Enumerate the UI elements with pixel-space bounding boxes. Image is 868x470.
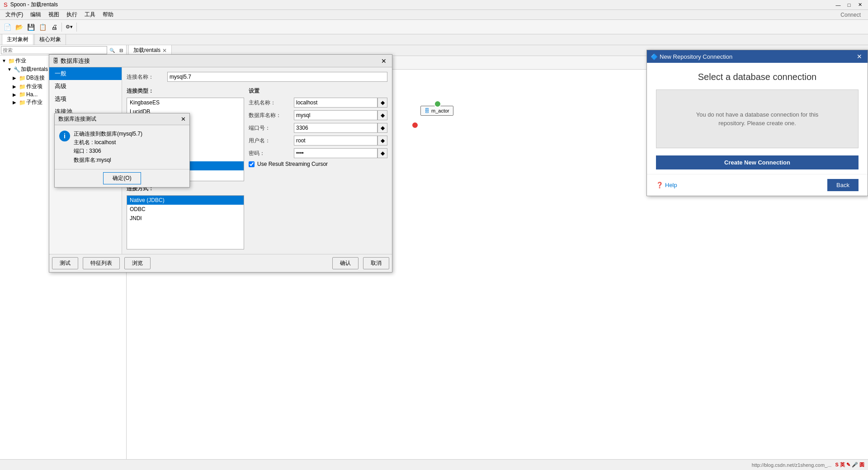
cancel-btn[interactable]: 取消 (363, 257, 389, 269)
user-input[interactable] (294, 136, 377, 146)
tab-core-objects[interactable]: 核心对象 (34, 34, 66, 45)
title-bar-left: S Spoon - 加载rentals (4, 1, 58, 9)
canvas-tab-label: 加载rentals (133, 47, 160, 54)
tree-arrow: ▼ (7, 67, 13, 72)
conn-method-list[interactable]: Native (JDBC) ODBC JNDI (127, 195, 244, 249)
settings-btn[interactable]: ⚙▾ (64, 22, 75, 33)
conn-name-label: 连接名称： (127, 73, 167, 81)
explore-btn[interactable]: 浏览 (124, 257, 151, 269)
port-end-btn[interactable]: ◆ (377, 123, 387, 133)
print-btn[interactable]: 🖨 (49, 22, 60, 33)
repo-dialog-titlebar: 🔷 New Repository Connection ✕ (647, 50, 868, 63)
password-row: 密码： ◆ (249, 148, 387, 158)
password-input[interactable] (294, 148, 377, 158)
host-input[interactable] (294, 98, 377, 108)
db-left-general[interactable]: 一般 (49, 67, 122, 80)
tree-label: DB连接 (26, 74, 45, 82)
db-name-label: 数据库名称： (249, 112, 294, 119)
test-info-text: 正确连接到数据库(mysql5.7) 主机名 : localhost 端口 : … (74, 130, 142, 164)
search-input[interactable] (1, 46, 107, 54)
new-btn[interactable]: 📄 (2, 22, 13, 33)
menu-file[interactable]: 文件(F) (2, 10, 27, 19)
tree-label: Ha... (26, 91, 38, 98)
user-end-btn[interactable]: ◆ (377, 136, 387, 146)
menu-view[interactable]: 视图 (45, 10, 63, 19)
streaming-cursor-label: Use Result Streaming Cursor (257, 161, 328, 167)
folder-icon: 📁 (19, 84, 25, 90)
ime-indicator: S 英 ✎ 🎤 圆 (835, 461, 864, 468)
db-dialog-title: 数据库连接 (61, 57, 90, 65)
db-left-options[interactable]: 选项 (49, 93, 122, 105)
list-item-jndi[interactable]: JNDI (127, 214, 244, 223)
repo-close-btn[interactable]: ✕ (855, 52, 864, 61)
conn-type-section-label: 连接类型： (127, 87, 244, 95)
conn-name-input[interactable] (167, 72, 387, 82)
back-button[interactable]: Back (827, 179, 859, 191)
tree-arrow: ▶ (13, 75, 18, 80)
db-dialog-footer: 测试 特征列表 浏览 确认 取消 (49, 254, 392, 272)
save-btn[interactable]: 💾 (25, 22, 36, 33)
user-input-group: ◆ (294, 136, 387, 146)
db-dialog-title-text: 🗄 数据库连接 (53, 57, 90, 65)
db-name-end-btn[interactable]: ◆ (377, 110, 387, 120)
canvas-tab-close[interactable]: ✕ (162, 47, 167, 54)
features-btn[interactable]: 特征列表 (83, 257, 120, 269)
settings-section-label: 设置 (249, 87, 387, 95)
search-btn[interactable]: 🔍 (108, 46, 116, 54)
saveas-btn[interactable]: 📋 (37, 22, 48, 33)
test-dialog-title-text: 数据库连接测试 (58, 115, 96, 123)
test-dialog-body: i 正确连接到数据库(mysql5.7) 主机名 : localhost 端口 … (55, 125, 189, 169)
tree-arrow: ▶ (13, 92, 18, 97)
test-line4: 数据库名:mysql (74, 156, 142, 164)
list-item-odbc[interactable]: ODBC (127, 205, 244, 214)
main-toolbar: 📄 📂 💾 📋 🖨 ⚙▾ (0, 20, 868, 34)
password-end-btn[interactable]: ◆ (377, 148, 387, 158)
test-dialog-footer: 确定(O) (55, 169, 189, 187)
test-dialog-close[interactable]: ✕ (181, 116, 186, 122)
password-input-group: ◆ (294, 148, 387, 158)
app-icon: S (4, 1, 8, 8)
tree-arrow: ▼ (2, 58, 7, 63)
db-left-advanced[interactable]: 高级 (49, 80, 122, 93)
create-connection-button[interactable]: Create New Connection (656, 155, 859, 169)
menu-run[interactable]: 执行 (63, 10, 81, 19)
test-ok-btn[interactable]: 确定(O) (103, 172, 141, 184)
repo-icon: 🔷 (651, 53, 658, 60)
folder-icon: 📁 (19, 75, 25, 81)
help-link[interactable]: ❓ Help (656, 182, 677, 188)
tab-main-objects[interactable]: 主对象树 (2, 34, 33, 45)
close-button[interactable]: ✕ (855, 1, 864, 9)
folder-icon: 📁 (8, 58, 14, 64)
test-line3: 端口 : 3306 (74, 147, 142, 155)
test-dialog-titlebar: 数据库连接测试 ✕ (55, 113, 189, 125)
ok-btn[interactable]: 确认 (332, 257, 359, 269)
streaming-cursor-checkbox[interactable] (249, 161, 255, 167)
connect-btn[interactable]: Connect (835, 12, 866, 18)
folder-icon: 📁 (19, 99, 25, 106)
status-text: http://blog.csdn.net/z1sheng.com_... (752, 462, 832, 468)
minimize-button[interactable]: — (834, 1, 843, 9)
menu-edit[interactable]: 编辑 (27, 10, 45, 19)
open-btn[interactable]: 📂 (14, 22, 24, 33)
streaming-cursor-row: Use Result Streaming Cursor (249, 161, 387, 167)
folder-icon: 📁 (19, 91, 25, 98)
collapse-btn[interactable]: ⊟ (117, 46, 125, 54)
user-label: 用户名： (249, 137, 294, 145)
maximize-button[interactable]: □ (844, 1, 854, 9)
port-input-group: ◆ (294, 123, 387, 133)
menu-tools[interactable]: 工具 (81, 10, 99, 19)
db-dialog-titlebar: 🗄 数据库连接 ✕ (49, 55, 392, 67)
test-btn[interactable]: 测试 (52, 257, 78, 269)
list-item-kingbase[interactable]: KingbaseES (127, 98, 244, 107)
repo-title-label: New Repository Connection (660, 53, 732, 60)
window-title: Spoon - 加载rentals (10, 1, 58, 9)
host-end-btn[interactable]: ◆ (377, 98, 387, 108)
db-name-input[interactable] (294, 110, 377, 120)
db-dialog-close[interactable]: ✕ (379, 57, 388, 65)
repo-heading: Select a database connection (656, 72, 859, 82)
menu-help[interactable]: 帮助 (99, 10, 117, 19)
port-input[interactable] (294, 123, 377, 133)
repository-dialog: 🔷 New Repository Connection ✕ Select a d… (646, 50, 868, 196)
job-icon: 🔧 (14, 66, 20, 73)
list-item-native-jdbc[interactable]: Native (JDBC) (127, 196, 244, 205)
